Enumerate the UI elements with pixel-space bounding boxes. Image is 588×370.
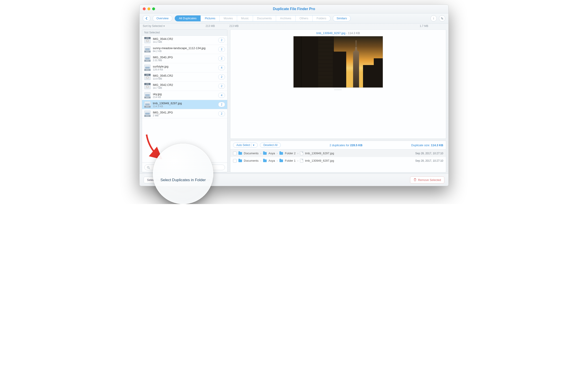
- list-item[interactable]: IMG_3542.CR214.7 MB2: [142, 82, 227, 91]
- overview-button[interactable]: Overview: [153, 15, 172, 22]
- file-size: 84.2 KB: [153, 50, 216, 53]
- list-item[interactable]: surfstyle.jpg128.8 KB4: [142, 63, 227, 72]
- sort-label: Sort by Selected: [143, 24, 162, 28]
- preview-size: 114.3 KB: [348, 31, 360, 35]
- preview-title: tmb_130949_6297.jpg - 114.3 KB: [316, 31, 360, 35]
- list-item[interactable]: IMG_3541.JPG2 MB2: [142, 109, 227, 118]
- file-thumb-icon: [144, 83, 151, 89]
- duplicate-count-badge: 2: [218, 84, 225, 88]
- row-checkbox[interactable]: [233, 152, 237, 155]
- duplicate-count-badge: 2: [218, 47, 225, 52]
- file-name: sky.jpg: [153, 92, 216, 96]
- tab-others[interactable]: Others: [295, 15, 313, 21]
- folder-icon: [263, 159, 267, 162]
- duplicate-count-badge: 2: [218, 56, 225, 61]
- file-name: IMG_3542.CR2: [153, 83, 216, 87]
- lens-label: Select Duplicates in Folder: [160, 178, 206, 182]
- deselect-all-button[interactable]: Deselect All: [260, 143, 281, 148]
- category-tabs: All DuplicatesPicturesMoviesMusicDocumen…: [175, 15, 331, 22]
- duplicate-row[interactable]: Documents›Asya›Folder 2›tmb_130949_6297.…: [230, 150, 446, 157]
- sidebar-header: Not Selected: [142, 30, 227, 36]
- zoom-window-icon[interactable]: [152, 7, 155, 10]
- duplicates-pane: Auto Select ▾ Deselect All 2 duplicates …: [230, 141, 446, 173]
- size-similars: 1.7 MB: [416, 24, 432, 28]
- file-thumb-icon: [144, 110, 151, 117]
- file-size: 14.7 MB: [153, 87, 216, 89]
- file-thumb-icon: [144, 74, 151, 80]
- tab-all-duplicates[interactable]: All Duplicates: [175, 15, 201, 21]
- duplicate-row[interactable]: Documents›Asya›Folder 1›tmb_130949_6297.…: [230, 157, 446, 164]
- file-size: 214 KB: [153, 96, 216, 98]
- info-button[interactable]: i: [430, 15, 437, 22]
- remove-selected-button[interactable]: Remove Selected: [410, 176, 444, 184]
- tab-music[interactable]: Music: [237, 15, 253, 21]
- size-pictures: 213 MB: [222, 24, 246, 28]
- list-item[interactable]: IMG_3540.JPG2.01 MB2: [142, 54, 227, 63]
- file-thumb-icon: [144, 46, 151, 53]
- folder-icon: [238, 152, 242, 155]
- duplicate-count-badge: 4: [218, 65, 225, 70]
- list-item[interactable]: sunny-meadow-landscape_1112-134.jpg84.2 …: [142, 45, 227, 54]
- close-window-icon[interactable]: [143, 7, 146, 10]
- row-date: Sep 28, 2017, 10:27:10: [415, 152, 443, 155]
- tab-archives[interactable]: Archives: [276, 15, 295, 21]
- file-size: 128.8 KB: [153, 68, 216, 71]
- rss-button[interactable]: [439, 15, 445, 22]
- tab-folders[interactable]: Folders: [313, 15, 330, 21]
- file-size: 14.2 MB: [153, 41, 216, 43]
- annotation-magnifier: Select Duplicates in Folder: [153, 143, 213, 204]
- duplicate-count-badge: 2: [218, 102, 225, 107]
- chevron-right-icon: ›: [297, 152, 298, 155]
- file-icon: [300, 159, 303, 163]
- folder-icon: [263, 152, 267, 155]
- trash-icon: [413, 178, 417, 182]
- chevron-right-icon: ›: [277, 159, 278, 162]
- folder-icon: [279, 159, 283, 162]
- file-size: 2.01 MB: [153, 59, 216, 62]
- file-name: IMG_3540.JPG: [153, 56, 216, 59]
- preview-pane: tmb_130949_6297.jpg - 114.3 KB ••••••: [230, 29, 446, 139]
- duplicate-count-badge: 2: [218, 111, 225, 116]
- file-icon: [300, 151, 303, 155]
- row-checkbox[interactable]: [233, 159, 237, 163]
- file-name: sunny-meadow-landscape_1112-134.jpg: [153, 46, 216, 50]
- back-button[interactable]: [143, 15, 150, 22]
- tab-documents[interactable]: Documents: [253, 15, 276, 21]
- file-size: 114.3 KB: [153, 105, 216, 108]
- svg-line-1: [149, 168, 150, 169]
- search-icon: [147, 166, 150, 169]
- sort-dropdown[interactable]: Sort by Selected ▾: [143, 24, 165, 28]
- tab-pictures[interactable]: Pictures: [201, 15, 220, 21]
- chevron-down-icon[interactable]: ▾: [252, 143, 254, 147]
- file-name: IMG_3545.CR2: [153, 74, 216, 77]
- resize-grip-icon[interactable]: ••••••: [334, 88, 342, 91]
- size-all-duplicates: 213 MB: [198, 24, 222, 28]
- minimize-window-icon[interactable]: [147, 7, 150, 10]
- file-name: surfstyle.jpg: [153, 65, 216, 68]
- duplicate-count-badge: 2: [218, 75, 225, 79]
- similars-button[interactable]: Similars: [333, 15, 351, 22]
- list-item[interactable]: IMG_3544.CR214.2 MB2: [142, 36, 227, 45]
- folder-icon: [279, 152, 283, 155]
- list-item[interactable]: IMG_3545.CR213.9 MB2: [142, 72, 227, 82]
- file-size: 2 MB: [153, 114, 216, 117]
- duplicate-count-badge: 4: [218, 93, 225, 98]
- list-item[interactable]: sky.jpg214 KB4: [142, 91, 227, 100]
- duplicate-count-badge: 2: [218, 38, 225, 43]
- file-name: tmb_130949_6297.jpg: [153, 102, 216, 105]
- chevron-right-icon: ›: [260, 159, 261, 162]
- preview-filename: tmb_130949_6297.jpg: [316, 31, 345, 35]
- file-size: 13.9 MB: [153, 77, 216, 80]
- chevron-right-icon: ›: [277, 152, 278, 155]
- file-thumb-icon: [144, 55, 151, 62]
- preview-image: [293, 36, 383, 88]
- file-thumb-icon: [144, 65, 151, 71]
- file-thumb-icon: [144, 92, 151, 98]
- tab-movies[interactable]: Movies: [220, 15, 237, 21]
- file-name: IMG_3544.CR2: [153, 37, 216, 41]
- chevron-right-icon: ›: [297, 159, 298, 162]
- list-item[interactable]: tmb_130949_6297.jpg114.3 KB2: [142, 100, 227, 109]
- toolbar: Overview All DuplicatesPicturesMoviesMus…: [140, 13, 448, 23]
- sizes-row: Sort by Selected ▾ 213 MB 213 MB 1.7 MB: [140, 23, 448, 29]
- auto-select-button[interactable]: Auto Select ▾: [233, 143, 258, 148]
